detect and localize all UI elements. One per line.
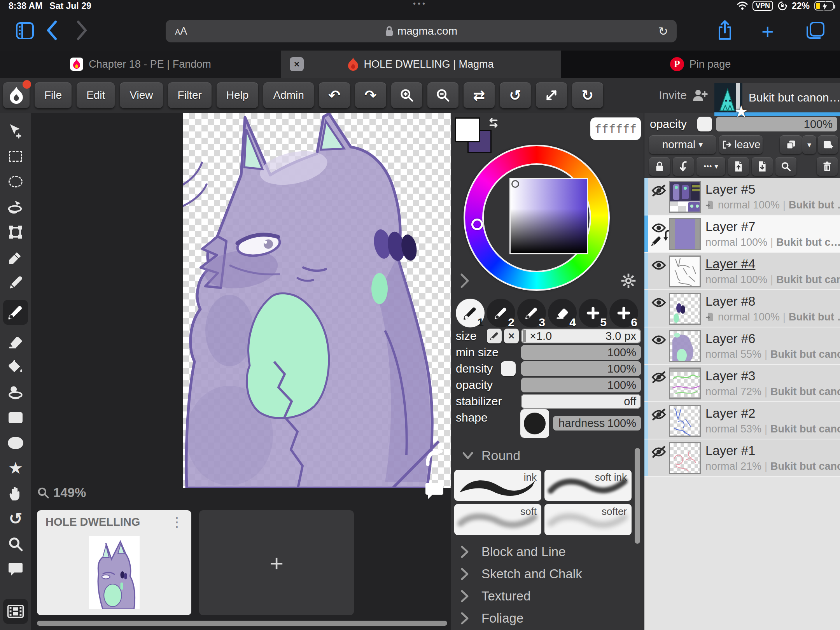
section-sketch-and-chalk[interactable]: Sketch and Chalk <box>460 564 582 584</box>
ellipse-select-tool[interactable] <box>6 173 25 190</box>
more-layer-actions-button[interactable]: ••• ▾ <box>696 157 725 176</box>
merge-down-button[interactable] <box>673 157 694 176</box>
hex-color-input[interactable]: ffffff <box>590 117 641 140</box>
page-menu-icon[interactable]: ⋮ <box>170 514 184 530</box>
rotate-gesture-icon[interactable] <box>424 446 446 468</box>
brush-slot-4-eraser[interactable]: 4 <box>548 299 577 327</box>
drawing-canvas[interactable] <box>183 113 451 488</box>
density-slider[interactable]: 100% <box>521 361 641 376</box>
timeline-button[interactable] <box>3 599 28 624</box>
pages-scrollbar[interactable] <box>37 621 447 626</box>
rotate-ccw-button[interactable]: ↺ <box>500 82 531 108</box>
invite-button[interactable]: Invite <box>659 89 708 102</box>
flip-canvas-button[interactable]: ⇄ <box>464 82 495 108</box>
menu-help[interactable]: Help <box>217 82 259 108</box>
rect-select-tool[interactable] <box>6 148 25 164</box>
rotate-cw-button[interactable]: ↻ <box>572 82 603 108</box>
sv-picker-handle[interactable] <box>511 180 519 188</box>
size-brush-toggle[interactable] <box>487 329 502 343</box>
saturation-value-picker[interactable] <box>509 178 588 254</box>
move-tool[interactable] <box>6 123 25 139</box>
magma-logo-button[interactable] <box>3 82 30 108</box>
section-block-and-line[interactable]: Block and Line <box>460 542 565 562</box>
rect-shape-tool[interactable] <box>6 410 25 426</box>
forward-button[interactable] <box>76 20 88 40</box>
eyedropper-tool[interactable] <box>6 249 25 266</box>
add-layer-button[interactable] <box>818 135 838 154</box>
lasso-select-tool[interactable] <box>6 199 25 215</box>
eye-icon[interactable] <box>651 334 667 346</box>
fit-screen-button[interactable] <box>536 82 567 108</box>
zoom-out-button[interactable] <box>427 82 458 108</box>
layer-row[interactable]: Layer #4 normal 100% | Bukit but can… <box>644 253 840 290</box>
back-button[interactable] <box>46 20 58 40</box>
menu-admin[interactable]: Admin <box>263 82 313 108</box>
collaborator-chip[interactable]: Bukit but canon… ★ <box>714 83 840 112</box>
color-settings-gear-icon[interactable] <box>621 273 636 289</box>
tab-magma[interactable]: × HOLE DWELLING | Magma <box>281 51 561 78</box>
import-layer-button[interactable] <box>728 157 749 176</box>
section-textured[interactable]: Textured <box>460 586 531 606</box>
pencil-tool[interactable] <box>6 275 25 291</box>
preset-softer[interactable]: softer <box>544 504 632 535</box>
eye-off-icon[interactable] <box>651 371 667 383</box>
blend-mode-dropdown[interactable]: normal ▾ <box>649 135 716 154</box>
brush-slot-2[interactable]: 2 <box>486 299 515 327</box>
preset-ink[interactable]: ink <box>454 470 541 501</box>
canvas-chat-icon[interactable] <box>425 482 444 499</box>
duplicate-options-caret[interactable]: ▾ <box>802 135 816 154</box>
layer-row-selected[interactable]: Layer #7 normal 100% | Bukit but c… <box>644 215 840 253</box>
opacity-slider[interactable]: 100% <box>521 378 641 392</box>
leave-layer-button[interactable]: leave <box>719 135 763 154</box>
chat-tool[interactable] <box>6 561 25 578</box>
star-shape-tool[interactable]: ★ <box>6 460 25 476</box>
layer-row[interactable]: Layer #1 normal 21% | Bukit but cano… <box>644 439 840 477</box>
preset-soft[interactable]: soft <box>454 504 541 535</box>
swap-colors-icon[interactable] <box>487 116 500 129</box>
lasso-fill-tool[interactable] <box>6 384 25 401</box>
menu-view[interactable]: View <box>120 82 163 108</box>
rotate-canvas-tool[interactable]: ↺ <box>6 511 25 527</box>
min-size-slider[interactable]: 100% <box>521 345 641 360</box>
find-layer-button[interactable] <box>775 157 796 176</box>
layer-opacity-checkbox[interactable] <box>697 117 712 131</box>
paintbrush-tool[interactable] <box>3 300 28 325</box>
size-slider[interactable]: ×1.0 3.0 px <box>521 329 641 343</box>
zoom-tool[interactable] <box>6 536 25 552</box>
eye-off-icon[interactable] <box>651 446 667 458</box>
menu-file[interactable]: File <box>35 82 72 108</box>
new-tab-button[interactable]: + <box>761 19 774 44</box>
collapse-panel-icon[interactable] <box>460 273 470 289</box>
hand-tool[interactable] <box>6 485 25 502</box>
multitask-dots-icon[interactable]: ••• <box>413 0 427 8</box>
redo-button[interactable]: ↷ <box>355 82 386 108</box>
preset-soft-ink[interactable]: soft ink <box>544 470 632 501</box>
reader-button[interactable]: AA <box>175 25 187 37</box>
foreground-color-swatch[interactable] <box>455 117 480 142</box>
layer-row[interactable]: Layer #3 normal 72% | Bukit but cano… <box>644 365 840 402</box>
undo-button[interactable]: ↶ <box>319 82 350 108</box>
ellipse-shape-tool[interactable] <box>6 435 25 451</box>
delete-layer-button[interactable] <box>817 157 838 176</box>
eye-icon[interactable] <box>651 296 667 309</box>
eraser-tool[interactable] <box>6 334 25 350</box>
eye-off-icon[interactable] <box>651 408 667 421</box>
stabilizer-slider[interactable]: off <box>521 394 641 409</box>
brush-slot-6-add[interactable]: 6 <box>609 299 638 327</box>
close-tab-icon[interactable]: × <box>290 57 304 71</box>
add-page-button[interactable]: + <box>199 510 354 615</box>
brush-slot-5-add[interactable]: 5 <box>579 299 607 327</box>
brush-slot-1[interactable]: 1 <box>456 299 485 327</box>
lock-layer-button[interactable] <box>649 157 670 176</box>
brush-scrollbar[interactable] <box>635 448 640 544</box>
menu-edit[interactable]: Edit <box>77 82 115 108</box>
size-reset-button[interactable]: × <box>504 329 519 343</box>
tab-fandom[interactable]: Chapter 18 - PE | Fandom <box>0 51 281 78</box>
layer-row[interactable]: Layer #6 normal 55% | Bukit but cano… <box>644 327 840 365</box>
hardness-slider[interactable]: hardness 100% <box>553 416 641 430</box>
section-round[interactable]: Round <box>462 448 520 463</box>
layer-row[interactable]: Layer #2 normal 53% | Bukit but cano… <box>644 402 840 439</box>
eye-off-icon[interactable] <box>651 184 667 197</box>
reload-button[interactable]: ↻ <box>658 24 668 38</box>
section-foliage[interactable]: Foliage <box>460 609 523 628</box>
